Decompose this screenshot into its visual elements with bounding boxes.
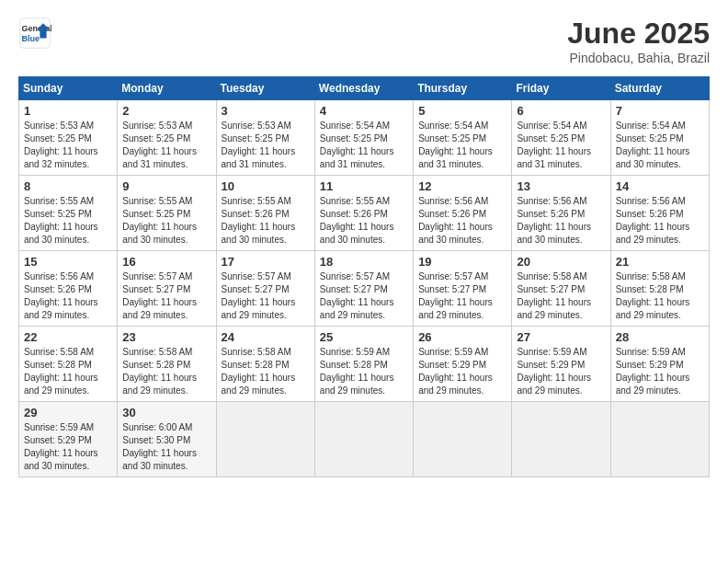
day-info: Sunrise: 5:53 AMSunset: 5:25 PMDaylight:… xyxy=(24,121,98,169)
table-row xyxy=(216,402,314,477)
table-row: 8 Sunrise: 5:55 AMSunset: 5:25 PMDayligh… xyxy=(19,176,118,251)
day-info: Sunrise: 5:57 AMSunset: 5:27 PMDaylight:… xyxy=(320,271,394,320)
day-info: Sunrise: 5:59 AMSunset: 5:29 PMDaylight:… xyxy=(24,422,98,471)
day-number: 16 xyxy=(122,255,210,269)
day-info: Sunrise: 5:54 AMSunset: 5:25 PMDaylight:… xyxy=(418,121,493,169)
table-row: 21 Sunrise: 5:58 AMSunset: 5:28 PMDaylig… xyxy=(610,251,709,327)
table-row: 25 Sunrise: 5:59 AMSunset: 5:28 PMDaylig… xyxy=(314,327,413,402)
day-info: Sunrise: 5:54 AMSunset: 5:25 PMDaylight:… xyxy=(517,121,591,169)
day-info: Sunrise: 5:53 AMSunset: 5:25 PMDaylight:… xyxy=(122,121,197,169)
title-block: June 2025 Pindobacu, Bahia, Brazil xyxy=(567,17,710,65)
table-row: 9 Sunrise: 5:55 AMSunset: 5:25 PMDayligh… xyxy=(118,176,216,251)
day-number: 13 xyxy=(517,179,605,193)
week-row-2: 8 Sunrise: 5:55 AMSunset: 5:25 PMDayligh… xyxy=(19,176,710,251)
table-row: 14 Sunrise: 5:56 AMSunset: 5:26 PMDaylig… xyxy=(610,176,709,251)
week-row-4: 22 Sunrise: 5:58 AMSunset: 5:28 PMDaylig… xyxy=(19,327,710,402)
day-number: 26 xyxy=(418,330,506,344)
day-number: 15 xyxy=(24,255,112,269)
logo-icon: General Blue xyxy=(18,17,51,50)
day-number: 3 xyxy=(222,104,310,118)
day-number: 25 xyxy=(320,330,408,344)
day-number: 2 xyxy=(122,104,210,118)
table-row: 23 Sunrise: 5:58 AMSunset: 5:28 PMDaylig… xyxy=(118,327,216,402)
header: General Blue June 2025 Pindobacu, Bahia,… xyxy=(18,17,710,65)
day-info: Sunrise: 5:58 AMSunset: 5:28 PMDaylight:… xyxy=(222,347,296,396)
day-info: Sunrise: 5:58 AMSunset: 5:28 PMDaylight:… xyxy=(122,347,197,396)
day-info: Sunrise: 5:55 AMSunset: 5:25 PMDaylight:… xyxy=(122,196,197,245)
table-row: 19 Sunrise: 5:57 AMSunset: 5:27 PMDaylig… xyxy=(414,251,512,327)
day-info: Sunrise: 5:54 AMSunset: 5:25 PMDaylight:… xyxy=(616,121,690,169)
day-info: Sunrise: 5:57 AMSunset: 5:27 PMDaylight:… xyxy=(222,271,296,320)
day-info: Sunrise: 5:59 AMSunset: 5:29 PMDaylight:… xyxy=(418,347,493,396)
logo: General Blue xyxy=(18,17,51,50)
col-thursday: Thursday xyxy=(414,77,512,100)
table-row: 12 Sunrise: 5:56 AMSunset: 5:26 PMDaylig… xyxy=(414,176,512,251)
svg-text:Blue: Blue xyxy=(22,34,40,43)
table-row: 10 Sunrise: 5:55 AMSunset: 5:26 PMDaylig… xyxy=(216,176,314,251)
col-saturday: Saturday xyxy=(610,77,709,100)
day-number: 27 xyxy=(517,330,605,344)
day-number: 29 xyxy=(24,406,112,419)
day-number: 5 xyxy=(418,104,506,118)
day-info: Sunrise: 5:59 AMSunset: 5:29 PMDaylight:… xyxy=(616,347,690,396)
day-number: 1 xyxy=(24,104,112,118)
day-number: 24 xyxy=(222,330,310,344)
table-row: 7 Sunrise: 5:54 AMSunset: 5:25 PMDayligh… xyxy=(610,100,709,176)
day-number: 20 xyxy=(517,255,605,269)
table-row xyxy=(314,402,413,477)
day-info: Sunrise: 5:59 AMSunset: 5:29 PMDaylight:… xyxy=(517,347,591,396)
day-info: Sunrise: 6:00 AMSunset: 5:30 PMDaylight:… xyxy=(122,422,197,471)
calendar-subtitle: Pindobacu, Bahia, Brazil xyxy=(567,51,710,65)
week-row-3: 15 Sunrise: 5:56 AMSunset: 5:26 PMDaylig… xyxy=(19,251,710,327)
table-row xyxy=(610,402,709,477)
table-row: 2 Sunrise: 5:53 AMSunset: 5:25 PMDayligh… xyxy=(118,100,216,176)
table-row: 6 Sunrise: 5:54 AMSunset: 5:25 PMDayligh… xyxy=(512,100,610,176)
table-row: 22 Sunrise: 5:58 AMSunset: 5:28 PMDaylig… xyxy=(19,327,118,402)
day-number: 21 xyxy=(616,255,704,269)
day-info: Sunrise: 5:55 AMSunset: 5:26 PMDaylight:… xyxy=(222,196,296,245)
table-row: 28 Sunrise: 5:59 AMSunset: 5:29 PMDaylig… xyxy=(610,327,709,402)
day-info: Sunrise: 5:56 AMSunset: 5:26 PMDaylight:… xyxy=(616,196,690,245)
col-sunday: Sunday xyxy=(19,77,118,100)
table-row: 24 Sunrise: 5:58 AMSunset: 5:28 PMDaylig… xyxy=(216,327,314,402)
calendar-title: June 2025 xyxy=(567,17,710,51)
calendar-table: Sunday Monday Tuesday Wednesday Thursday… xyxy=(18,76,710,477)
table-row: 30 Sunrise: 6:00 AMSunset: 5:30 PMDaylig… xyxy=(118,402,216,477)
table-row: 17 Sunrise: 5:57 AMSunset: 5:27 PMDaylig… xyxy=(216,251,314,327)
week-row-5: 29 Sunrise: 5:59 AMSunset: 5:29 PMDaylig… xyxy=(19,402,710,477)
day-info: Sunrise: 5:57 AMSunset: 5:27 PMDaylight:… xyxy=(418,271,493,320)
day-number: 10 xyxy=(222,179,310,193)
table-row: 15 Sunrise: 5:56 AMSunset: 5:26 PMDaylig… xyxy=(19,251,118,327)
day-number: 30 xyxy=(122,406,210,419)
table-row: 18 Sunrise: 5:57 AMSunset: 5:27 PMDaylig… xyxy=(314,251,413,327)
day-number: 6 xyxy=(517,104,605,118)
header-row: Sunday Monday Tuesday Wednesday Thursday… xyxy=(19,77,710,100)
day-info: Sunrise: 5:55 AMSunset: 5:26 PMDaylight:… xyxy=(320,196,394,245)
table-row: 29 Sunrise: 5:59 AMSunset: 5:29 PMDaylig… xyxy=(19,402,118,477)
day-number: 7 xyxy=(616,104,704,118)
day-info: Sunrise: 5:53 AMSunset: 5:25 PMDaylight:… xyxy=(222,121,296,169)
table-row: 11 Sunrise: 5:55 AMSunset: 5:26 PMDaylig… xyxy=(314,176,413,251)
table-row xyxy=(414,402,512,477)
col-friday: Friday xyxy=(512,77,610,100)
day-number: 18 xyxy=(320,255,408,269)
table-row xyxy=(512,402,610,477)
page: General Blue June 2025 Pindobacu, Bahia,… xyxy=(0,0,728,563)
day-info: Sunrise: 5:58 AMSunset: 5:27 PMDaylight:… xyxy=(517,271,591,320)
col-wednesday: Wednesday xyxy=(314,77,413,100)
day-info: Sunrise: 5:58 AMSunset: 5:28 PMDaylight:… xyxy=(616,271,690,320)
table-row: 13 Sunrise: 5:56 AMSunset: 5:26 PMDaylig… xyxy=(512,176,610,251)
table-row: 16 Sunrise: 5:57 AMSunset: 5:27 PMDaylig… xyxy=(118,251,216,327)
day-number: 23 xyxy=(122,330,210,344)
day-info: Sunrise: 5:56 AMSunset: 5:26 PMDaylight:… xyxy=(24,271,98,320)
table-row: 27 Sunrise: 5:59 AMSunset: 5:29 PMDaylig… xyxy=(512,327,610,402)
table-row: 4 Sunrise: 5:54 AMSunset: 5:25 PMDayligh… xyxy=(314,100,413,176)
day-number: 28 xyxy=(616,330,704,344)
day-info: Sunrise: 5:59 AMSunset: 5:28 PMDaylight:… xyxy=(320,347,394,396)
col-tuesday: Tuesday xyxy=(216,77,314,100)
day-info: Sunrise: 5:57 AMSunset: 5:27 PMDaylight:… xyxy=(122,271,197,320)
day-number: 19 xyxy=(418,255,506,269)
table-row: 3 Sunrise: 5:53 AMSunset: 5:25 PMDayligh… xyxy=(216,100,314,176)
day-number: 4 xyxy=(320,104,408,118)
table-row: 1 Sunrise: 5:53 AMSunset: 5:25 PMDayligh… xyxy=(19,100,118,176)
